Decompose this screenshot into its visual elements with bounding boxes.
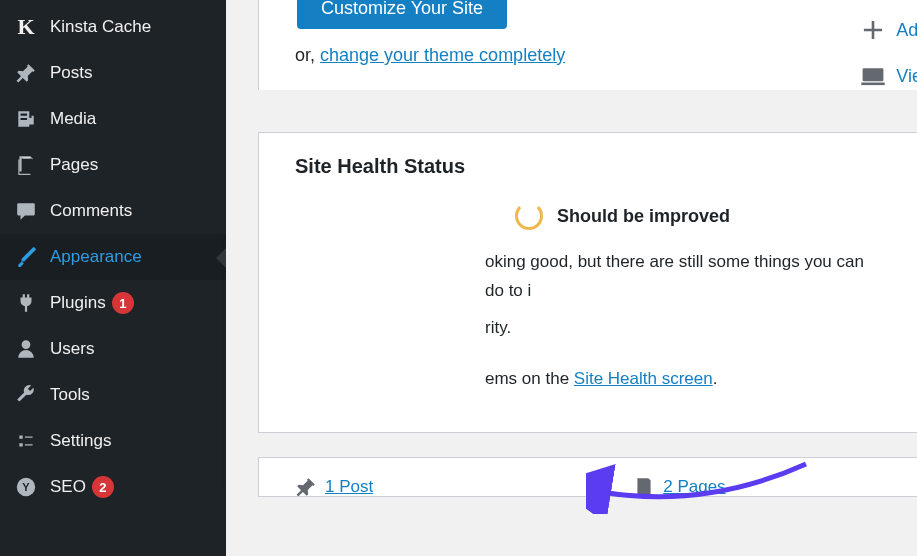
submenu-caret-icon (216, 248, 226, 268)
media-icon (12, 105, 40, 133)
sidebar-item-label: Users (50, 339, 94, 359)
sidebar-item-label: Comments (50, 201, 132, 221)
customize-site-button[interactable]: Customize Your Site (297, 0, 507, 29)
plus-icon (860, 17, 886, 43)
site-health-panel: Site Health Status Should be improved ok… (258, 132, 917, 433)
appearance-icon (12, 243, 40, 271)
sidebar-item-label: Media (50, 109, 96, 129)
sidebar-item-comments[interactable]: Comments (0, 188, 226, 234)
or-prefix: or, (295, 45, 320, 65)
svg-rect-3 (862, 83, 885, 86)
site-health-body: oking good, but there are still some thi… (485, 248, 884, 394)
stat-pages[interactable]: 2 Pages (633, 478, 725, 496)
pages-icon (633, 476, 655, 497)
sidebar-item-tools[interactable]: Tools (0, 372, 226, 418)
sidebar-item-label: Settings (50, 431, 111, 451)
sidebar-item-kinsta-cache[interactable]: K Kinsta Cache (0, 4, 226, 50)
sidebar-item-label: Plugins (50, 293, 106, 313)
sidebar-item-label: Posts (50, 63, 93, 83)
quick-actions: Ad Vie (860, 17, 917, 89)
stat-pages-label: 2 Pages (663, 477, 725, 497)
quick-view-label: Vie (896, 66, 917, 87)
main-content: Customize Your Site or, change your them… (226, 0, 917, 556)
plugins-icon (12, 289, 40, 317)
admin-sidebar: K Kinsta Cache Posts Media Pages C (0, 0, 226, 556)
update-badge: 2 (92, 476, 114, 498)
seo-icon: Y (12, 473, 40, 501)
users-icon (12, 335, 40, 363)
sidebar-item-users[interactable]: Users (0, 326, 226, 372)
sidebar-item-label: SEO (50, 477, 86, 497)
svg-text:Y: Y (22, 481, 30, 493)
sidebar-item-label: Pages (50, 155, 98, 175)
update-badge: 1 (112, 292, 134, 314)
quick-view[interactable]: Vie (860, 63, 917, 89)
or-change-theme-row: or, change your theme completely (295, 45, 884, 66)
sidebar-item-label: Kinsta Cache (50, 17, 151, 37)
stat-posts-label: 1 Post (325, 477, 373, 497)
sidebar-item-appearance[interactable]: Appearance Themes Customize Widgets Menu… (0, 234, 226, 280)
sidebar-item-settings[interactable]: Settings (0, 418, 226, 464)
sidebar-item-posts[interactable]: Posts (0, 50, 226, 96)
svg-rect-2 (863, 68, 884, 81)
site-health-line1b: rity. (485, 318, 511, 337)
sidebar-item-label: Appearance (50, 247, 142, 267)
sidebar-item-media[interactable]: Media (0, 96, 226, 142)
quick-add[interactable]: Ad (860, 17, 917, 43)
pin-icon (12, 59, 40, 87)
tools-icon (12, 381, 40, 409)
kinsta-icon: K (12, 13, 40, 41)
site-health-line2-pre: ems on the (485, 369, 574, 388)
comments-icon (12, 197, 40, 225)
site-health-status-text: Should be improved (557, 206, 730, 227)
site-health-line2-post: . (713, 369, 718, 388)
pages-icon (12, 151, 40, 179)
settings-icon (12, 427, 40, 455)
status-ring-icon (515, 202, 543, 230)
view-icon (860, 63, 886, 89)
sidebar-item-seo[interactable]: Y SEO 2 (0, 464, 226, 510)
change-theme-link[interactable]: change your theme completely (320, 45, 565, 65)
stat-posts[interactable]: 1 Post (295, 478, 373, 496)
site-health-line1a: oking good, but there are still some thi… (485, 252, 864, 300)
sidebar-item-plugins[interactable]: Plugins 1 (0, 280, 226, 326)
at-a-glance-panel: 1 Post 2 Pages (258, 457, 917, 497)
customize-panel: Customize Your Site or, change your them… (258, 0, 917, 90)
pin-icon (295, 476, 317, 497)
sidebar-item-pages[interactable]: Pages (0, 142, 226, 188)
quick-add-label: Ad (896, 20, 917, 41)
site-health-screen-link[interactable]: Site Health screen (574, 369, 713, 388)
site-health-title: Site Health Status (295, 155, 884, 178)
sidebar-item-label: Tools (50, 385, 90, 405)
